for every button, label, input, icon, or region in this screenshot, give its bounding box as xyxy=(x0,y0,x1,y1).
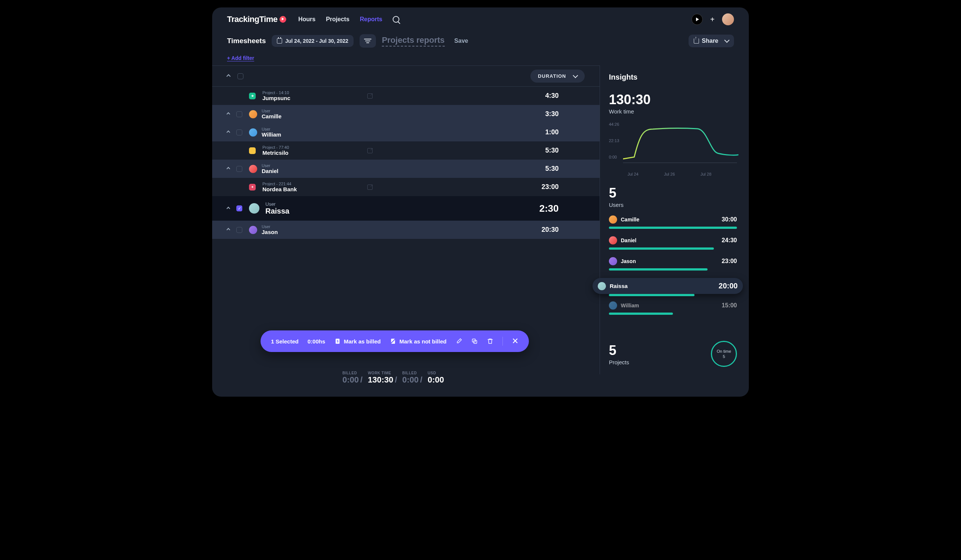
brand-logo: TrackingTime xyxy=(227,14,286,24)
user-row[interactable]: UserWilliam1:00 xyxy=(212,123,599,141)
row-checkbox[interactable] xyxy=(236,130,242,135)
users-label: Users xyxy=(609,202,737,208)
close-icon[interactable]: ✕ xyxy=(512,336,519,346)
project-row[interactable]: ★Project - 14:10Jumpsunc4:30 xyxy=(212,87,599,105)
row-duration: 23:00 xyxy=(542,183,559,191)
users-insight-section: 5 Users Camille30:00Daniel24:30Jason23:0… xyxy=(609,185,737,315)
user-insight-row[interactable]: Raissa20:00 xyxy=(593,278,743,294)
date-range-picker[interactable]: Jul 24, 2022 - Jul 30, 2022 xyxy=(272,35,354,47)
timesheet-table: DURATION ★Project - 14:10Jumpsunc4:30Use… xyxy=(212,66,600,374)
collapse-all-chevron[interactable] xyxy=(226,74,230,78)
chevron-down-icon xyxy=(573,72,578,78)
row-subtitle: User xyxy=(265,201,289,207)
user-bar-fill xyxy=(609,313,673,315)
user-insight-row[interactable]: Daniel24:30 xyxy=(609,236,737,244)
expand-chevron-icon[interactable] xyxy=(227,228,230,232)
user-insight-row[interactable]: Camille30:00 xyxy=(609,215,737,224)
user-avatar[interactable] xyxy=(722,13,734,25)
user-row[interactable]: UserJason20:30 xyxy=(212,221,599,239)
ring-value: 5 xyxy=(723,354,725,359)
work-time-chart: 44:26 22:13 0:00 Jul 24 Jul 26 xyxy=(609,122,737,170)
user-bar-fill xyxy=(609,268,707,271)
row-name: Daniel xyxy=(262,168,278,174)
user-row[interactable]: UserCamille3:30 xyxy=(212,105,599,123)
chart-line xyxy=(623,124,738,161)
user-insight-name: Jason xyxy=(621,258,636,264)
user-insight-time: 23:00 xyxy=(722,258,737,265)
chart-y-tick: 0:00 xyxy=(609,155,617,159)
insights-title: Insights xyxy=(609,73,737,82)
row-subtitle: Project - 221:44 xyxy=(262,181,297,186)
row-duration: 20:30 xyxy=(542,226,559,234)
user-bar-track xyxy=(609,268,737,271)
row-checkbox[interactable] xyxy=(236,227,242,233)
project-badge-icon: ★ xyxy=(249,93,256,99)
play-button[interactable] xyxy=(691,14,703,25)
copy-icon[interactable] xyxy=(471,338,478,345)
expand-chevron-icon[interactable] xyxy=(227,167,230,171)
external-link-icon[interactable] xyxy=(367,93,373,99)
nav-projects[interactable]: Projects xyxy=(326,16,349,23)
project-badge-icon xyxy=(249,148,256,154)
user-avatar-icon xyxy=(249,165,257,173)
row-checkbox[interactable] xyxy=(236,166,242,172)
user-avatar-icon xyxy=(249,110,257,118)
row-checkbox[interactable] xyxy=(236,205,242,211)
user-insight-name: Camille xyxy=(621,217,640,223)
chevron-down-icon xyxy=(724,38,730,43)
user-insight-time: 30:00 xyxy=(722,216,737,223)
row-duration: 5:30 xyxy=(545,147,559,154)
user-row[interactable]: UserRaissa2:30 xyxy=(212,196,599,221)
edit-icon[interactable] xyxy=(456,338,462,345)
share-button[interactable]: Share xyxy=(689,35,734,47)
row-duration: 5:30 xyxy=(545,165,559,173)
row-subtitle: User xyxy=(262,109,281,113)
row-subtitle: Project - 77:40 xyxy=(262,145,289,149)
expand-chevron-icon[interactable] xyxy=(227,207,230,210)
select-all-checkbox[interactable] xyxy=(238,73,243,79)
user-insight-time: 24:30 xyxy=(722,237,737,244)
user-avatar-icon xyxy=(609,215,617,224)
delete-icon[interactable] xyxy=(487,338,493,345)
expand-chevron-icon[interactable] xyxy=(227,112,230,116)
user-avatar-icon xyxy=(249,203,259,213)
user-insight-row[interactable]: Jason23:00 xyxy=(609,257,737,265)
chart-baseline xyxy=(623,163,737,163)
user-avatar-icon xyxy=(609,302,617,310)
ring-label: On time xyxy=(717,349,731,353)
external-link-icon[interactable] xyxy=(367,148,373,153)
external-link-icon[interactable] xyxy=(367,185,373,190)
search-icon[interactable] xyxy=(393,16,399,23)
user-insight-name: Raissa xyxy=(610,283,628,289)
work-time-sum-label: WORK TIME xyxy=(368,371,397,375)
nav-reports[interactable]: Reports xyxy=(360,16,382,23)
project-badge-icon: ✦ xyxy=(249,184,256,191)
project-row[interactable]: ✦Project - 221:44Nordea Bank23:00 xyxy=(212,178,599,196)
project-row[interactable]: Project - 77:40Metricsilo5:30 xyxy=(212,141,599,160)
duration-label: DURATION xyxy=(538,73,566,79)
save-button[interactable]: Save xyxy=(451,35,472,47)
duration-column-selector[interactable]: DURATION xyxy=(530,70,585,83)
usd-label: USD xyxy=(427,371,444,375)
row-name: Camille xyxy=(262,113,281,119)
summary-bar: BILLED 0:00/ WORK TIME 130:30/ BILLED 0:… xyxy=(342,371,444,385)
add-button[interactable]: + xyxy=(710,15,715,24)
row-checkbox[interactable] xyxy=(236,111,242,117)
user-row[interactable]: UserDaniel5:30 xyxy=(212,160,599,178)
user-insight-row[interactable]: William15:00 xyxy=(609,302,737,310)
nav-hours[interactable]: Hours xyxy=(298,16,315,23)
report-name[interactable]: Projects reports xyxy=(382,35,445,47)
mark-not-billed-button[interactable]: Mark as not billed xyxy=(390,338,447,345)
user-avatar-icon xyxy=(249,226,257,234)
mark-billed-button[interactable]: $ Mark as billed xyxy=(334,338,381,345)
filter-button[interactable] xyxy=(360,34,376,48)
expand-chevron-icon[interactable] xyxy=(227,131,230,134)
projects-label: Projects xyxy=(609,359,629,366)
add-filter-link[interactable]: + Add filter xyxy=(212,54,749,66)
user-bar-track xyxy=(609,313,737,315)
row-duration: 2:30 xyxy=(539,203,559,214)
row-duration: 3:30 xyxy=(545,110,559,118)
chart-x-tick: Jul 26 xyxy=(664,172,675,177)
date-range-text: Jul 24, 2022 - Jul 30, 2022 xyxy=(285,38,349,44)
divider xyxy=(503,337,503,346)
